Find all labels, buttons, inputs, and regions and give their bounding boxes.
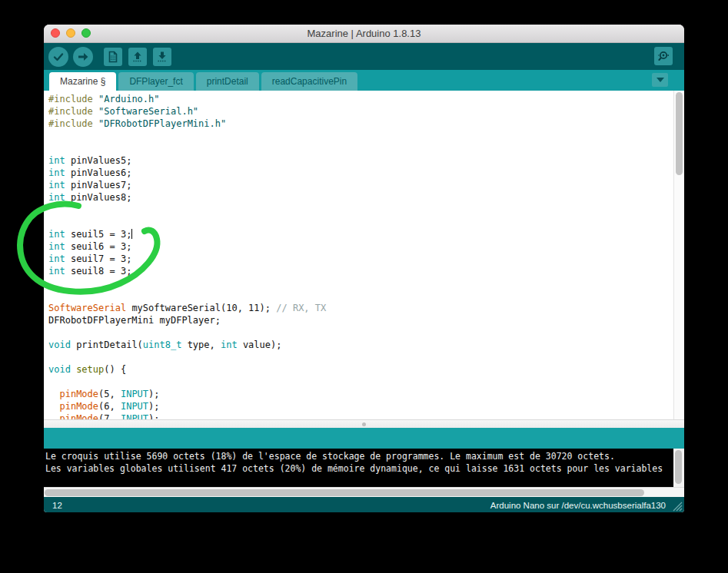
console-vertical-scrollbar[interactable] xyxy=(673,449,684,487)
splitter-grip-dot xyxy=(362,422,366,426)
code-line: int seuil7 = 3; xyxy=(48,253,673,265)
console-line: Les variables globales utilisent 417 oct… xyxy=(45,462,672,475)
new-sketch-icon xyxy=(107,51,119,63)
board-port-label: Arduino Nano sur /dev/cu.wchusbserialfa1… xyxy=(490,501,666,510)
title-bar[interactable]: Mazarine | Arduino 1.8.13 xyxy=(44,25,684,43)
tab-label: Mazarine § xyxy=(60,76,105,87)
console-lines: Le croquis utilise 5690 octets (18%) de … xyxy=(45,450,672,475)
save-sketch-button[interactable] xyxy=(153,48,171,66)
new-sketch-button[interactable] xyxy=(104,48,122,66)
verify-check-icon xyxy=(52,51,65,63)
console-hscrollbar-thumb[interactable] xyxy=(45,489,644,496)
window-resize-grip[interactable] xyxy=(671,500,683,512)
minimize-button[interactable] xyxy=(66,28,75,38)
upload-arrow-icon xyxy=(77,51,89,63)
verify-button[interactable] xyxy=(48,47,68,67)
close-button[interactable] xyxy=(51,28,60,38)
code-line xyxy=(48,290,673,302)
code-line: pinMode(6, INPUT); xyxy=(48,400,673,412)
tab-list-dropdown-button[interactable] xyxy=(652,73,668,87)
tab-dfplayer-fct[interactable]: DFPlayer_fct xyxy=(118,72,193,91)
upload-button[interactable] xyxy=(73,47,93,67)
editor-console-splitter[interactable] xyxy=(44,419,684,428)
arduino-ide-window: Mazarine | Arduino 1.8.13 xyxy=(44,25,684,512)
code-line xyxy=(48,142,673,154)
code-line: SoftwareSerial mySoftwareSerial(10, 11);… xyxy=(48,302,673,314)
toolbar xyxy=(44,43,684,70)
code-line: pinMode(5, INPUT); xyxy=(48,388,673,400)
tab-readcapacitivepin[interactable]: readCapacitivePin xyxy=(261,72,357,91)
console-line: Le croquis utilise 5690 octets (18%) de … xyxy=(45,450,672,462)
traffic-lights xyxy=(51,28,91,38)
code-line xyxy=(48,376,673,388)
tab-label: readCapacitivePin xyxy=(272,76,347,87)
code-line: int pinValues6; xyxy=(48,167,673,179)
serial-monitor-icon xyxy=(657,49,670,63)
console-output: Le croquis utilise 5690 octets (18%) de … xyxy=(44,449,684,487)
open-arrow-icon xyxy=(131,51,144,63)
code-line xyxy=(48,277,673,290)
open-sketch-button[interactable] xyxy=(128,48,147,66)
code-line: #include "Arduino.h" xyxy=(48,93,673,105)
code-line xyxy=(48,204,673,216)
code-line: #include "SoftwareSerial.h" xyxy=(48,105,673,118)
status-message-area xyxy=(44,428,684,449)
zoom-button[interactable] xyxy=(81,28,91,38)
console-horizontal-scrollbar[interactable] xyxy=(44,487,684,497)
code-line: pinMode(7, INPUT); xyxy=(48,412,673,419)
editor-vertical-scrollbar[interactable] xyxy=(673,91,684,419)
code-line xyxy=(48,351,673,363)
code-line xyxy=(48,130,673,142)
code-line: DFRobotDFPlayerMini myDFPlayer; xyxy=(48,314,673,326)
console-scrollbar-thumb[interactable] xyxy=(675,450,682,484)
code-line: int seuil6 = 3; xyxy=(48,240,673,253)
code-editor[interactable]: #include "Arduino.h"#include "SoftwareSe… xyxy=(44,91,684,419)
tab-label: printDetail xyxy=(207,76,248,87)
code-line xyxy=(48,326,673,339)
code-line: int seuil8 = 3; xyxy=(48,265,673,277)
code-line: #include "DFRobotDFPlayerMini.h" xyxy=(48,118,673,130)
chevron-down-icon xyxy=(657,78,664,82)
serial-monitor-button[interactable] xyxy=(654,47,673,65)
status-bar: 12 Arduino Nano sur /dev/cu.wchusbserial… xyxy=(44,497,684,512)
tab-mazarine[interactable]: Mazarine § xyxy=(49,72,116,91)
tab-strip: Mazarine § DFPlayer_fct printDetail read… xyxy=(44,70,684,91)
code-line: void printDetail(uint8_t type, int value… xyxy=(48,339,673,351)
tab-label: DFPlayer_fct xyxy=(129,76,182,87)
save-arrow-icon xyxy=(156,51,168,63)
code-line xyxy=(48,216,673,228)
window-title: Mazarine | Arduino 1.8.13 xyxy=(307,28,421,39)
editor-scrollbar-thumb[interactable] xyxy=(676,92,683,175)
tab-printdetail[interactable]: printDetail xyxy=(196,72,259,91)
code-lines: #include "Arduino.h"#include "SoftwareSe… xyxy=(44,91,673,419)
line-number-indicator: 12 xyxy=(52,501,62,510)
code-line: int pinValues7; xyxy=(48,179,673,191)
code-line: int pinValues8; xyxy=(48,191,673,204)
code-line: int pinValues5; xyxy=(48,154,673,167)
code-line: void setup() { xyxy=(48,363,673,376)
code-line: int seuil5 = 3; xyxy=(48,228,673,240)
